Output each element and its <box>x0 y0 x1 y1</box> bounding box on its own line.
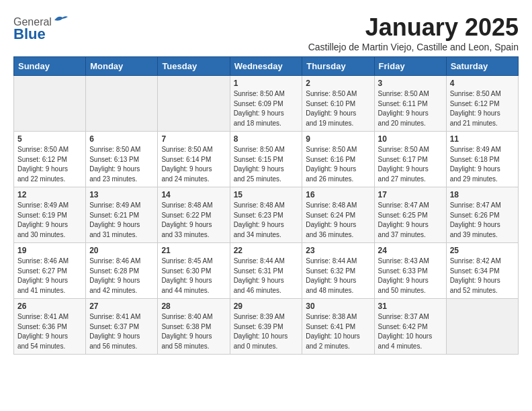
day-number: 7 <box>161 134 226 144</box>
day-number: 13 <box>89 190 154 199</box>
day-number: 19 <box>17 246 82 255</box>
day-number: 30 <box>306 302 370 311</box>
day-number: 24 <box>378 246 443 255</box>
calendar-cell: 6Sunrise: 8:50 AM Sunset: 6:13 PM Daylig… <box>86 132 158 187</box>
day-number: 9 <box>306 134 370 144</box>
day-number: 27 <box>89 302 154 311</box>
day-number: 22 <box>234 246 299 255</box>
day-info: Sunrise: 8:45 AM Sunset: 6:30 PM Dayligh… <box>161 257 226 295</box>
day-number: 2 <box>306 79 370 88</box>
day-info: Sunrise: 8:38 AM Sunset: 6:41 PM Dayligh… <box>306 312 370 351</box>
calendar-cell: 27Sunrise: 8:41 AM Sunset: 6:37 PM Dayli… <box>86 299 158 355</box>
calendar-cell <box>158 76 230 132</box>
day-info: Sunrise: 8:50 AM Sunset: 6:12 PM Dayligh… <box>450 89 515 128</box>
day-number: 12 <box>17 190 82 199</box>
calendar-cell: 30Sunrise: 8:38 AM Sunset: 6:41 PM Dayli… <box>302 299 374 355</box>
day-info: Sunrise: 8:50 AM Sunset: 6:16 PM Dayligh… <box>306 145 370 184</box>
day-number: 16 <box>306 190 370 199</box>
day-info: Sunrise: 8:50 AM Sunset: 6:17 PM Dayligh… <box>378 145 443 184</box>
calendar-cell: 12Sunrise: 8:49 AM Sunset: 6:19 PM Dayli… <box>14 187 86 243</box>
calendar-cell <box>14 76 86 132</box>
weekday-header-saturday: Saturday <box>446 57 518 76</box>
day-number: 4 <box>450 79 515 88</box>
calendar-cell: 20Sunrise: 8:46 AM Sunset: 6:28 PM Dayli… <box>86 243 158 299</box>
calendar-cell: 14Sunrise: 8:48 AM Sunset: 6:22 PM Dayli… <box>158 187 230 243</box>
day-info: Sunrise: 8:40 AM Sunset: 6:38 PM Dayligh… <box>161 312 226 351</box>
day-info: Sunrise: 8:44 AM Sunset: 6:32 PM Dayligh… <box>306 257 370 295</box>
day-number: 6 <box>89 134 154 144</box>
day-number: 31 <box>378 302 443 311</box>
calendar-cell: 2Sunrise: 8:50 AM Sunset: 6:10 PM Daylig… <box>302 76 374 132</box>
calendar-cell: 24Sunrise: 8:43 AM Sunset: 6:33 PM Dayli… <box>374 243 446 299</box>
calendar-cell <box>86 76 158 132</box>
day-info: Sunrise: 8:50 AM Sunset: 6:10 PM Dayligh… <box>306 89 370 128</box>
header: General Blue January 2025 Castillejo de … <box>13 13 519 52</box>
calendar-cell: 19Sunrise: 8:46 AM Sunset: 6:27 PM Dayli… <box>14 243 86 299</box>
calendar-cell: 1Sunrise: 8:50 AM Sunset: 6:09 PM Daylig… <box>230 76 302 132</box>
calendar-cell: 28Sunrise: 8:40 AM Sunset: 6:38 PM Dayli… <box>158 299 230 355</box>
day-info: Sunrise: 8:50 AM Sunset: 6:09 PM Dayligh… <box>234 89 299 128</box>
day-info: Sunrise: 8:47 AM Sunset: 6:25 PM Dayligh… <box>378 201 443 240</box>
calendar-cell: 17Sunrise: 8:47 AM Sunset: 6:25 PM Dayli… <box>374 187 446 243</box>
day-info: Sunrise: 8:48 AM Sunset: 6:23 PM Dayligh… <box>234 201 299 240</box>
calendar-cell: 21Sunrise: 8:45 AM Sunset: 6:30 PM Dayli… <box>158 243 230 299</box>
calendar-cell: 16Sunrise: 8:48 AM Sunset: 6:24 PM Dayli… <box>302 187 374 243</box>
title-block: January 2025 Castillejo de Martin Viejo,… <box>308 13 519 52</box>
day-number: 23 <box>306 246 370 255</box>
day-info: Sunrise: 8:49 AM Sunset: 6:18 PM Dayligh… <box>450 145 515 184</box>
day-number: 1 <box>234 79 299 88</box>
weekday-header-wednesday: Wednesday <box>230 57 302 76</box>
day-number: 21 <box>161 246 226 255</box>
calendar-cell: 22Sunrise: 8:44 AM Sunset: 6:31 PM Dayli… <box>230 243 302 299</box>
weekday-header-thursday: Thursday <box>302 57 374 76</box>
logo-blue-text: Blue <box>13 26 46 43</box>
day-info: Sunrise: 8:46 AM Sunset: 6:27 PM Dayligh… <box>17 257 82 295</box>
logo-bird-icon <box>53 15 68 26</box>
day-info: Sunrise: 8:41 AM Sunset: 6:37 PM Dayligh… <box>89 312 154 351</box>
day-info: Sunrise: 8:50 AM Sunset: 6:13 PM Dayligh… <box>89 145 154 184</box>
day-info: Sunrise: 8:43 AM Sunset: 6:33 PM Dayligh… <box>378 257 443 295</box>
week-row-3: 12Sunrise: 8:49 AM Sunset: 6:19 PM Dayli… <box>14 187 519 243</box>
day-number: 14 <box>161 190 226 199</box>
day-number: 29 <box>234 302 299 311</box>
week-row-5: 26Sunrise: 8:41 AM Sunset: 6:36 PM Dayli… <box>14 299 519 355</box>
day-number: 11 <box>450 134 515 144</box>
calendar-cell: 8Sunrise: 8:50 AM Sunset: 6:15 PM Daylig… <box>230 132 302 187</box>
calendar-cell: 13Sunrise: 8:49 AM Sunset: 6:21 PM Dayli… <box>86 187 158 243</box>
calendar-cell: 5Sunrise: 8:50 AM Sunset: 6:12 PM Daylig… <box>14 132 86 187</box>
day-info: Sunrise: 8:50 AM Sunset: 6:12 PM Dayligh… <box>17 145 82 184</box>
logo: General Blue <box>13 16 68 43</box>
day-info: Sunrise: 8:48 AM Sunset: 6:24 PM Dayligh… <box>306 201 370 240</box>
calendar-cell: 3Sunrise: 8:50 AM Sunset: 6:11 PM Daylig… <box>374 76 446 132</box>
day-number: 15 <box>234 190 299 199</box>
calendar-cell: 7Sunrise: 8:50 AM Sunset: 6:14 PM Daylig… <box>158 132 230 187</box>
day-info: Sunrise: 8:48 AM Sunset: 6:22 PM Dayligh… <box>161 201 226 240</box>
week-row-1: 1Sunrise: 8:50 AM Sunset: 6:09 PM Daylig… <box>14 76 519 132</box>
day-info: Sunrise: 8:39 AM Sunset: 6:39 PM Dayligh… <box>234 312 299 351</box>
weekday-header-friday: Friday <box>374 57 446 76</box>
day-number: 8 <box>234 134 299 144</box>
calendar-cell: 31Sunrise: 8:37 AM Sunset: 6:42 PM Dayli… <box>374 299 446 355</box>
day-info: Sunrise: 8:41 AM Sunset: 6:36 PM Dayligh… <box>17 312 82 351</box>
calendar-table: SundayMondayTuesdayWednesdayThursdayFrid… <box>13 56 519 355</box>
day-number: 18 <box>450 190 515 199</box>
day-number: 17 <box>378 190 443 199</box>
calendar-cell: 9Sunrise: 8:50 AM Sunset: 6:16 PM Daylig… <box>302 132 374 187</box>
week-row-2: 5Sunrise: 8:50 AM Sunset: 6:12 PM Daylig… <box>14 132 519 187</box>
day-info: Sunrise: 8:50 AM Sunset: 6:11 PM Dayligh… <box>378 89 443 128</box>
calendar-cell: 10Sunrise: 8:50 AM Sunset: 6:17 PM Dayli… <box>374 132 446 187</box>
calendar-cell: 11Sunrise: 8:49 AM Sunset: 6:18 PM Dayli… <box>446 132 518 187</box>
day-info: Sunrise: 8:44 AM Sunset: 6:31 PM Dayligh… <box>234 257 299 295</box>
weekday-header-sunday: Sunday <box>14 57 86 76</box>
day-info: Sunrise: 8:47 AM Sunset: 6:26 PM Dayligh… <box>450 201 515 240</box>
day-info: Sunrise: 8:50 AM Sunset: 6:14 PM Dayligh… <box>161 145 226 184</box>
calendar-cell: 23Sunrise: 8:44 AM Sunset: 6:32 PM Dayli… <box>302 243 374 299</box>
calendar-cell: 4Sunrise: 8:50 AM Sunset: 6:12 PM Daylig… <box>446 76 518 132</box>
weekday-header-row: SundayMondayTuesdayWednesdayThursdayFrid… <box>14 57 519 76</box>
day-info: Sunrise: 8:50 AM Sunset: 6:15 PM Dayligh… <box>234 145 299 184</box>
day-number: 26 <box>17 302 82 311</box>
day-number: 20 <box>89 246 154 255</box>
weekday-header-tuesday: Tuesday <box>158 57 230 76</box>
day-info: Sunrise: 8:49 AM Sunset: 6:19 PM Dayligh… <box>17 201 82 240</box>
day-info: Sunrise: 8:37 AM Sunset: 6:42 PM Dayligh… <box>378 312 443 351</box>
